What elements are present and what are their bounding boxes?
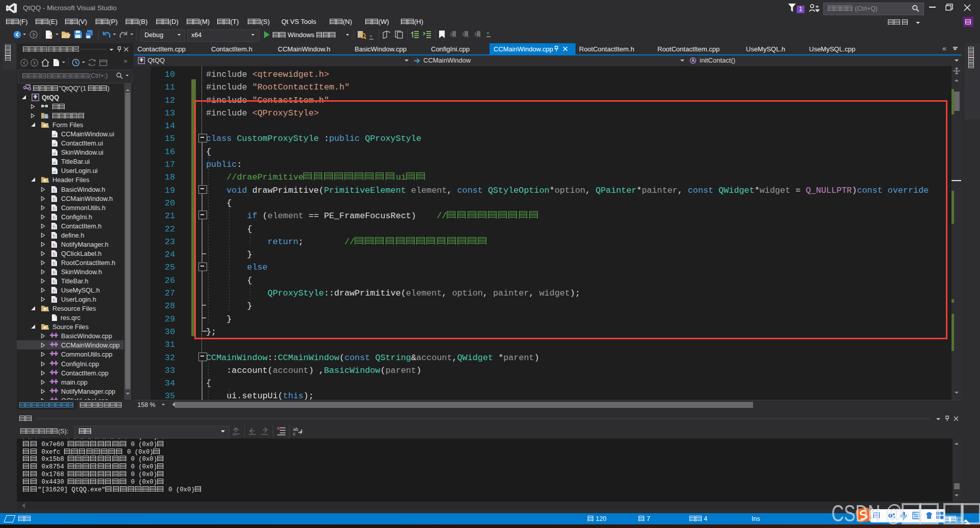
svg-text:h: h <box>52 288 55 294</box>
svg-text:h: h <box>52 215 55 221</box>
svg-text:ui: ui <box>52 151 55 156</box>
svg-text:h: h <box>52 233 55 239</box>
svg-text:h: h <box>52 224 55 230</box>
svg-text:ui: ui <box>52 169 55 174</box>
svg-text:h: h <box>52 197 55 202</box>
svg-text:h: h <box>52 188 55 193</box>
svg-text:c: c <box>293 431 296 436</box>
svg-text:h: h <box>52 206 55 212</box>
svg-text:ui: ui <box>52 133 55 137</box>
svg-text:h: h <box>52 243 55 248</box>
svg-text:h: h <box>52 279 55 285</box>
svg-text:h: h <box>52 252 55 257</box>
svg-text:h: h <box>52 270 55 276</box>
svg-text:ui: ui <box>52 160 55 165</box>
svg-text:h: h <box>52 261 55 267</box>
svg-text:ui: ui <box>52 142 55 146</box>
svg-text:h: h <box>52 298 55 303</box>
